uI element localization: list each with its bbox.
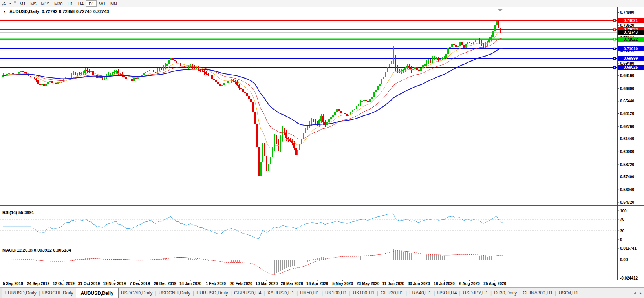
macd-indicator-label: MACD(12,26,9) 0.003922 0.005134 — [2, 248, 71, 252]
tab-eurusd-daily[interactable]: EURUSD,Daily — [2, 288, 39, 298]
svg-text:0.69025: 0.69025 — [624, 65, 638, 69]
svg-text:16 Apr 2020: 16 Apr 2020 — [306, 282, 328, 286]
tab-usdjpy-h1[interactable]: USDJPY,H1 — [461, 288, 490, 298]
hline-anchor-center — [614, 39, 615, 40]
draw-tool-icon[interactable] — [0, 0, 8, 7]
chart-symbol-title: AUDUSD,Daily — [9, 9, 39, 14]
tab-ger30-h1[interactable]: GER30,H1 — [378, 288, 406, 298]
svg-text:30 Jun 2020: 30 Jun 2020 — [408, 282, 430, 286]
svg-text:0: 0 — [620, 238, 622, 242]
timeframe-button-h1[interactable]: H1 — [65, 0, 75, 7]
rsi-indicator-label: RSI(14) 55.3691 — [2, 210, 34, 215]
svg-text:0.68160: 0.68160 — [620, 73, 635, 78]
pencil-icon — [1, 1, 7, 6]
svg-text:19 Nov 2019: 19 Nov 2019 — [103, 282, 126, 286]
ohlc-high: 0.72858 — [59, 9, 75, 14]
svg-text:0.74880: 0.74880 — [620, 10, 635, 15]
tab-usdcad-daily[interactable]: USDCAD,Daily — [119, 288, 155, 298]
hline-anchor-center — [614, 58, 615, 59]
ohlc-open: 0.72792 — [42, 9, 57, 14]
svg-text:0.73520: 0.73520 — [620, 23, 635, 27]
chart-tab-bar: EURUSD,Daily|USDCHF,DailyAUDUSD,DailyUSD… — [0, 287, 644, 298]
svg-text:7 Dec 2019: 7 Dec 2019 — [130, 282, 150, 286]
tab-usdchf-daily[interactable]: USDCHF,Daily — [40, 288, 76, 298]
svg-text:23 May 2020: 23 May 2020 — [357, 282, 380, 286]
svg-text:6 Aug 2020: 6 Aug 2020 — [459, 282, 480, 286]
svg-text:0.74021: 0.74021 — [624, 18, 638, 23]
svg-text:11 Jun 2020: 11 Jun 2020 — [382, 282, 405, 286]
timeframe-button-w1[interactable]: W1 — [97, 0, 108, 7]
tab-dj30-daily[interactable]: DJ30,Daily — [492, 288, 519, 298]
ohlc-low: 0.72740 — [76, 9, 92, 14]
svg-text:0.58720: 0.58720 — [620, 163, 635, 167]
tab-fra40-h1[interactable]: FRA40,H1 — [407, 288, 434, 298]
tab-usoil-h4[interactable]: USOil,H4 — [435, 288, 459, 298]
tab-hk50-h1[interactable]: HK50,H1 — [298, 288, 322, 298]
svg-text:0.72022: 0.72022 — [624, 37, 638, 42]
mt4-window: ▼ M1M5M15M30H1H4D1W1MN 0.748800.735200.7… — [0, 0, 644, 298]
tab-scroll-right-icon[interactable]: ► — [638, 288, 644, 298]
timeframe-button-h4[interactable]: H4 — [75, 0, 86, 7]
svg-text:0.015741: 0.015741 — [620, 246, 637, 250]
timeframe-button-d1[interactable]: D1 — [86, 0, 97, 7]
svg-text:30: 30 — [620, 229, 625, 233]
svg-text:25 Aug 2020: 25 Aug 2020 — [483, 282, 506, 286]
tab-eurusd-daily[interactable]: EURUSD,Daily — [194, 288, 231, 298]
hline-anchor-center — [614, 48, 615, 49]
svg-text:0.56040: 0.56040 — [620, 188, 635, 192]
tab-xauusd-h1[interactable]: XAUUSD,H1 — [265, 288, 296, 298]
svg-text:14 Jan 2020: 14 Jan 2020 — [179, 282, 202, 286]
svg-text:0.62760: 0.62760 — [620, 124, 635, 129]
timeframe-button-m1[interactable]: M1 — [17, 0, 28, 7]
toolbar-grip[interactable] — [14, 1, 16, 6]
chart-canvas[interactable]: 0.748800.735200.721600.708400.694800.681… — [0, 7, 644, 287]
tab-uk100-h1[interactable]: UK100,H1 — [323, 288, 349, 298]
svg-text:-0.024412: -0.024412 — [620, 276, 638, 280]
svg-text:1 Feb 2020: 1 Feb 2020 — [206, 282, 226, 286]
svg-text:5 May 2020: 5 May 2020 — [332, 282, 353, 286]
svg-text:12 Oct 2019: 12 Oct 2019 — [53, 282, 75, 286]
tab-uk100-h1[interactable]: UK100,H1 — [351, 288, 377, 298]
svg-text:20 Feb 2020: 20 Feb 2020 — [230, 282, 252, 286]
tab-usoil-h1[interactable]: USOil,H1 — [556, 288, 580, 298]
timeframe-button-mn[interactable]: MN — [108, 0, 119, 7]
svg-text:26 Dec 2019: 26 Dec 2019 — [154, 282, 177, 286]
tab-china300-h1[interactable]: CHINA300,H1 — [520, 288, 555, 298]
chart-title-line: ▼ AUDUSD,Daily 0.72792 0.72858 0.72740 0… — [3, 9, 109, 14]
hline-anchor-center — [614, 29, 615, 30]
timeframe-button-m30[interactable]: M30 — [52, 0, 65, 7]
tab-usdcnh-daily[interactable]: USDCNH,Daily — [156, 288, 193, 298]
svg-text:0.54720: 0.54720 — [620, 200, 635, 205]
tab-audusd-daily[interactable]: AUDUSD,Daily — [76, 288, 119, 298]
svg-text:0.71010: 0.71010 — [624, 47, 638, 51]
svg-text:70: 70 — [620, 217, 625, 221]
svg-text:0.00: 0.00 — [620, 258, 628, 262]
timeframe-button-m15[interactable]: M15 — [39, 0, 52, 7]
tab-bar-spacer — [580, 288, 631, 298]
svg-text:100: 100 — [620, 209, 627, 213]
ohlc-dropdown-icon[interactable]: ▼ — [3, 10, 6, 13]
svg-text:10 Mar 2020: 10 Mar 2020 — [256, 282, 278, 286]
timeframe-button-m5[interactable]: M5 — [28, 0, 38, 7]
svg-text:0.60080: 0.60080 — [620, 150, 635, 154]
chart-window[interactable]: 0.748800.735200.721600.708400.694800.681… — [0, 7, 644, 287]
hline-anchor-center — [614, 67, 615, 68]
draw-tool-dropdown-icon[interactable]: ▼ — [8, 2, 13, 5]
svg-text:5 Sep 2019: 5 Sep 2019 — [3, 282, 23, 286]
svg-text:24 Sep 2019: 24 Sep 2019 — [27, 282, 50, 286]
ohlc-close: 0.72743 — [93, 9, 109, 14]
svg-text:0.69999: 0.69999 — [624, 56, 638, 60]
tab-gbpusd-h4[interactable]: GBPUSD,H4 — [232, 288, 263, 298]
svg-text:28 Mar 2020: 28 Mar 2020 — [281, 282, 303, 286]
svg-text:0.66800: 0.66800 — [620, 86, 635, 91]
svg-text:0.64120: 0.64120 — [620, 112, 635, 116]
timeframe-toolbar: ▼ M1M5M15M30H1H4D1W1MN — [0, 0, 644, 7]
svg-text:0.72743: 0.72743 — [624, 30, 638, 35]
svg-text:0.69480: 0.69480 — [620, 61, 635, 66]
hline-anchor-center — [614, 20, 615, 21]
svg-text:0.61440: 0.61440 — [620, 137, 635, 141]
tab-scroll-left-icon[interactable]: ◄ — [631, 288, 638, 298]
svg-text:31 Oct 2019: 31 Oct 2019 — [78, 282, 100, 286]
timeframe-buttons: M1M5M15M30H1H4D1W1MN — [17, 0, 119, 7]
svg-text:0.65440: 0.65440 — [620, 99, 635, 103]
